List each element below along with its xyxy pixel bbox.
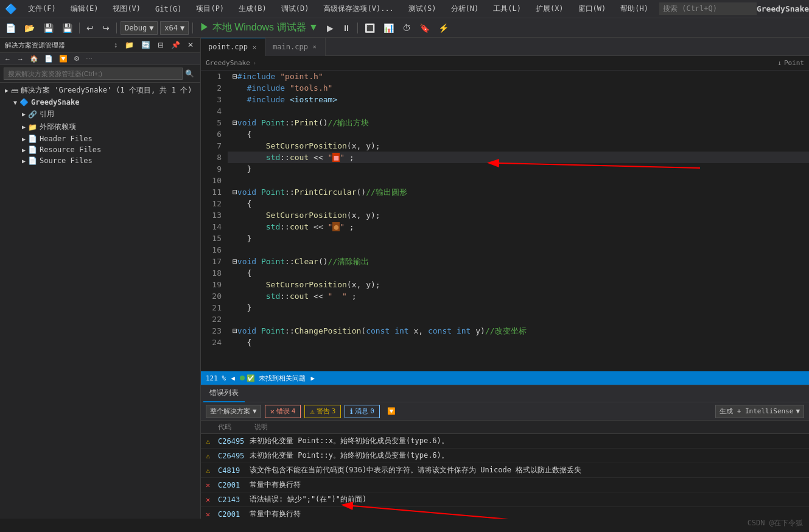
tab-main-close[interactable]: ✕ (312, 43, 318, 51)
sidebar-pin-btn[interactable]: 📌 (169, 40, 182, 50)
run-other-btn[interactable]: ▶ (324, 22, 337, 34)
code-line-24: { (228, 337, 809, 348)
warning-count: 3 (332, 407, 336, 415)
menu-git[interactable]: Git(G) (152, 4, 185, 15)
solution-arrow: ▶ (2, 87, 11, 94)
error-row-3[interactable]: ✕ C2001 常量中有换行符 (201, 478, 809, 492)
debug-config-dropdown[interactable]: Debug ▼ (121, 21, 158, 35)
sidebar-tb-filter[interactable]: 🔽 (57, 54, 69, 63)
sidebar-folder-btn[interactable]: 📁 (123, 40, 136, 50)
bottom-tab-errors[interactable]: 错误列表 (203, 385, 245, 402)
code-line-8: std::cout << "■" ; (228, 152, 809, 163)
tab-main-cpp[interactable]: main.cpp ✕ (265, 38, 326, 56)
error-row-0[interactable]: ⚠ C26495 未初始化变量 Point::x。始终初始化成员变量(type.… (201, 434, 809, 449)
intellisense-arrow-icon: ▼ (796, 407, 800, 415)
error-row-5[interactable]: ✕ C2001 常量中有换行符 (201, 507, 809, 519)
ln-8: 8 (201, 152, 222, 163)
sidebar-tb-file[interactable]: 📄 (43, 54, 55, 63)
tree-item-resource-files[interactable]: ▶ 📄 Resource Files (0, 144, 200, 155)
ext-label: 外部依赖项 (40, 122, 76, 132)
menu-window[interactable]: 窗口(W) (575, 2, 610, 15)
solution-icon: 🗃 (11, 86, 18, 95)
error-desc-1: 未初始化变量 Point::y。始终初始化成员变量(type.6)。 (250, 450, 804, 461)
sidebar-collapse-btn[interactable]: ⊟ (156, 40, 166, 50)
toolbar-extra5[interactable]: ⚡ (435, 22, 452, 34)
sidebar-tb-sort[interactable]: ⚙ (72, 54, 82, 63)
toolbar-extra3[interactable]: ⏱ (399, 22, 414, 34)
editor-area: point.cpp ✕ main.cpp ✕ GreedySnake › ↓ P… (201, 38, 809, 385)
breadcrumb-right: ↓ Point (777, 59, 804, 67)
code-editor[interactable]: 1 2 3 4 5 6 7 8 9 10 11 12 13 14 15 16 1 (201, 71, 809, 371)
menu-project[interactable]: 项目(P) (192, 2, 228, 15)
menu-build[interactable]: 生成(B) (235, 2, 270, 15)
toolbar-extra1[interactable]: 🔳 (362, 22, 378, 34)
menu-analyze[interactable]: 分析(N) (447, 2, 483, 15)
error-row-2[interactable]: ⚠ C4819 该文件包含不能在当前代码页(936)中表示的字符。请将该文件保存… (201, 463, 809, 478)
error-row-1[interactable]: ⚠ C26495 未初始化变量 Point::y。始终初始化成员变量(type.… (201, 449, 809, 463)
error-code-3: C2001 (218, 481, 250, 489)
error-code-2: C4819 (218, 466, 250, 475)
tree-item-solution[interactable]: ▶ 🗃 解决方案 'GreedySnake' (1 个项目, 共 1 个) (0, 84, 200, 97)
code-line-15: } (228, 233, 809, 244)
error-row-4[interactable]: ✕ C2143 语法错误: 缺少";"(在")"的前面) (201, 492, 809, 507)
tree-item-references[interactable]: ▶ 🔗 引用 (0, 108, 200, 121)
tree-item-ext-deps[interactable]: ▶ 📁 外部依赖项 (0, 121, 200, 133)
ln-10: 10 (201, 175, 222, 186)
sidebar-tb-fwd[interactable]: → (15, 55, 26, 63)
error-desc-3: 常量中有换行符 (250, 480, 804, 490)
code-line-3: #include <iostream> (228, 94, 809, 105)
warning-count-badge[interactable]: ⚠ 警告 3 (304, 405, 341, 418)
menu-tools[interactable]: 工具(L) (489, 2, 525, 15)
undo-btn[interactable]: ↩ (83, 22, 97, 34)
menu-extend[interactable]: 扩展(X) (532, 2, 567, 15)
sidebar-refresh-btn[interactable]: 🔄 (139, 40, 152, 50)
tab-point-cpp[interactable]: point.cpp ✕ (201, 38, 265, 56)
new-file-btn[interactable]: 📄 (2, 22, 19, 34)
save-btn[interactable]: 💾 (40, 22, 57, 34)
warning-badge-label: 警告 (317, 407, 330, 416)
scope-dropdown[interactable]: 整个解决方案 ▼ (206, 405, 261, 418)
tree-item-source-files[interactable]: ▶ 📄 Source Files (0, 155, 200, 166)
sidebar-search-input[interactable] (4, 68, 183, 80)
redo-btn[interactable]: ↪ (99, 22, 113, 34)
sidebar-tb-back[interactable]: ← (2, 55, 13, 63)
tree-item-header-files[interactable]: ▶ 📄 Header Files (0, 133, 200, 144)
code-line-4 (228, 105, 809, 117)
tree-item-project[interactable]: ▼ 🔷 GreedySnake (0, 97, 200, 108)
ln-1: 1 (201, 71, 222, 82)
tabs-bar: point.cpp ✕ main.cpp ✕ (201, 38, 809, 56)
save-all-btn[interactable]: 💾 (59, 22, 75, 34)
breadcrumb-project[interactable]: GreedySnake (206, 59, 250, 67)
search-box[interactable]: 搜索 (Ctrl+Q) (659, 2, 757, 15)
sidebar-sync-btn[interactable]: ↕ (112, 40, 119, 50)
code-content[interactable]: ⊟#include "point.h" #include "tools.h" #… (228, 71, 809, 371)
platform-dropdown[interactable]: x64 ▼ (160, 21, 189, 35)
ln-23: 23 (201, 325, 222, 337)
menu-debug[interactable]: 调试(D) (278, 2, 313, 15)
menu-edit[interactable]: 编辑(E) (67, 2, 102, 15)
error-count-badge[interactable]: ✕ 错误 4 (265, 405, 301, 418)
sidebar-tb-more[interactable]: ⋯ (84, 54, 94, 63)
breadcrumb-symbol-dropdown[interactable]: ↓ Point (777, 59, 804, 67)
sidebar-tb-home[interactable]: 🏠 (28, 54, 40, 63)
menu-help[interactable]: 帮助(H) (617, 2, 652, 15)
info-count-badge[interactable]: ℹ 消息 0 (345, 405, 380, 418)
pause-btn[interactable]: ⏸ (339, 22, 354, 34)
tab-point-close[interactable]: ✕ (251, 43, 257, 51)
run-btn[interactable]: ▶ 本地 Windows 调试器 ▼ (197, 20, 321, 35)
menu-file[interactable]: 文件(F) (24, 2, 60, 15)
menu-advanced-save[interactable]: 高级保存选项(V)... (320, 2, 397, 15)
menu-view[interactable]: 视图(V) (109, 2, 144, 15)
warning-icon: ⚠ (310, 407, 314, 416)
toolbar-extra2[interactable]: 📊 (380, 22, 397, 34)
intellisense-dropdown[interactable]: 生成 + IntelliSense ▼ (715, 405, 804, 418)
sidebar-search-btn[interactable]: 🔍 (183, 69, 197, 79)
toolbar-extra4[interactable]: 🔖 (416, 22, 433, 34)
status-scroll-left[interactable]: ◀ (231, 374, 235, 382)
status-scroll-right[interactable]: ▶ (310, 374, 315, 382)
code-line-14: std::cout << "●" ; (228, 221, 809, 233)
sidebar-close-icon[interactable]: ✕ (186, 40, 195, 50)
menu-test[interactable]: 测试(S) (405, 2, 440, 15)
open-btn[interactable]: 📂 (21, 22, 38, 34)
line-numbers: 1 2 3 4 5 6 7 8 9 10 11 12 13 14 15 16 1 (201, 71, 228, 371)
